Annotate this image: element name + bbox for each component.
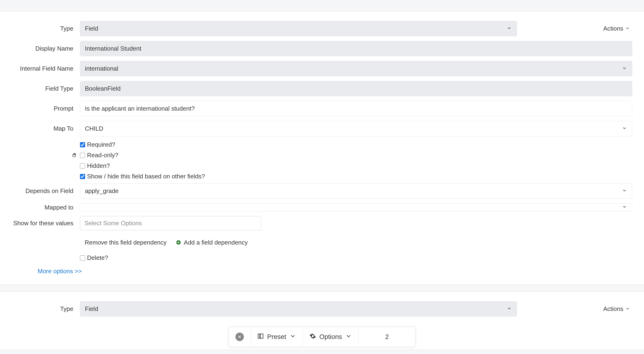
delete-label: Delete? <box>87 254 108 261</box>
delete-row: Delete? <box>12 254 632 261</box>
required-row: Required? <box>12 141 632 148</box>
svg-rect-4 <box>260 334 263 338</box>
required-label: Required? <box>87 141 115 148</box>
prompt-input[interactable] <box>80 101 632 116</box>
depends-on-field-row: Depends on Field apply_grade <box>12 183 632 199</box>
toolbar-page-indicator: 2 <box>359 327 415 347</box>
type-row: Type Field Actions <box>12 21 632 36</box>
hidden-row: Hidden? <box>12 162 632 169</box>
readonly-label: Read-only? <box>87 152 118 159</box>
mapped-to-label: Mapped to <box>12 204 80 211</box>
readonly-row: Read-only? <box>12 152 632 159</box>
internal-field-name-label: Internal Field Name <box>12 65 80 72</box>
gear-icon <box>310 333 316 341</box>
dependency-links-row: Remove this field dependency Add a field… <box>12 235 632 251</box>
add-dependency-label: Add a field dependency <box>184 239 248 246</box>
show-for-values-label: Show for these values <box>12 220 80 227</box>
chevron-down-icon <box>625 25 630 32</box>
actions-dropdown[interactable]: Actions <box>603 25 630 32</box>
internal-field-name-select[interactable]: international <box>80 61 632 76</box>
map-to-row: Map To CHILD <box>12 121 632 136</box>
mapped-to-row: Mapped to <box>12 203 632 211</box>
plus-circle-icon <box>176 239 183 246</box>
close-icon <box>236 332 244 341</box>
actions-label-2: Actions <box>603 305 623 312</box>
page-number: 2 <box>385 333 389 340</box>
more-options-link[interactable]: More options >> <box>38 268 82 275</box>
toolbar-preset-button[interactable]: Preset <box>251 327 303 347</box>
depends-on-field-select[interactable]: apply_grade <box>80 183 632 199</box>
type-label-2: Type <box>12 305 80 312</box>
map-to-label: Map To <box>12 125 80 132</box>
map-to-select[interactable]: CHILD <box>80 121 632 136</box>
display-name-label: Display Name <box>12 45 80 52</box>
hidden-label: Hidden? <box>87 162 110 169</box>
chevron-down-icon <box>625 305 630 312</box>
prompt-row: Prompt <box>12 101 632 116</box>
svg-rect-3 <box>258 334 260 338</box>
depends-on-field-label: Depends on Field <box>12 187 80 195</box>
remove-dependency-link[interactable]: Remove this field dependency <box>85 239 166 246</box>
preset-icon <box>257 333 264 341</box>
actions-dropdown-2[interactable]: Actions <box>603 305 630 312</box>
field-type-input: BooleanField <box>80 81 632 96</box>
field-type-label: Field Type <box>12 85 80 92</box>
readonly-checkbox[interactable] <box>80 153 85 158</box>
chevron-down-icon <box>345 333 352 341</box>
showhide-label: Show / hide this field based on other fi… <box>87 173 205 180</box>
display-name-row: Display Name International Student <box>12 41 632 56</box>
options-label: Options <box>320 333 342 340</box>
grab-cursor-icon <box>72 152 78 160</box>
showhide-row: Show / hide this field based on other fi… <box>12 173 632 180</box>
prompt-label: Prompt <box>12 105 80 112</box>
chevron-down-icon <box>290 333 296 341</box>
field-config-section-1: Type Field Actions Display Name Internat… <box>0 11 644 284</box>
field-type-row: Field Type BooleanField <box>12 81 632 96</box>
show-for-values-multiselect[interactable]: Select Some Options <box>80 216 261 230</box>
actions-label: Actions <box>603 25 623 32</box>
internal-field-name-row: Internal Field Name international <box>12 61 632 76</box>
type-label: Type <box>12 25 80 32</box>
hidden-checkbox[interactable] <box>80 163 85 169</box>
display-name-input[interactable]: International Student <box>80 41 632 56</box>
add-dependency-link[interactable]: Add a field dependency <box>176 239 248 246</box>
delete-checkbox[interactable] <box>80 255 85 260</box>
required-checkbox[interactable] <box>80 142 85 147</box>
mapped-to-select[interactable] <box>80 203 632 211</box>
toolbar-close-button[interactable] <box>229 327 251 347</box>
floating-toolbar: Preset Options 2 <box>228 327 416 347</box>
preset-label: Preset <box>267 333 286 340</box>
toolbar-options-button[interactable]: Options <box>303 327 359 347</box>
type-select-2[interactable]: Field <box>80 301 517 316</box>
showhide-checkbox[interactable] <box>80 174 85 179</box>
type-row-2: Type Field Actions <box>12 301 632 316</box>
show-for-values-row: Show for these values Select Some Option… <box>12 216 632 230</box>
type-select[interactable]: Field <box>80 21 517 36</box>
